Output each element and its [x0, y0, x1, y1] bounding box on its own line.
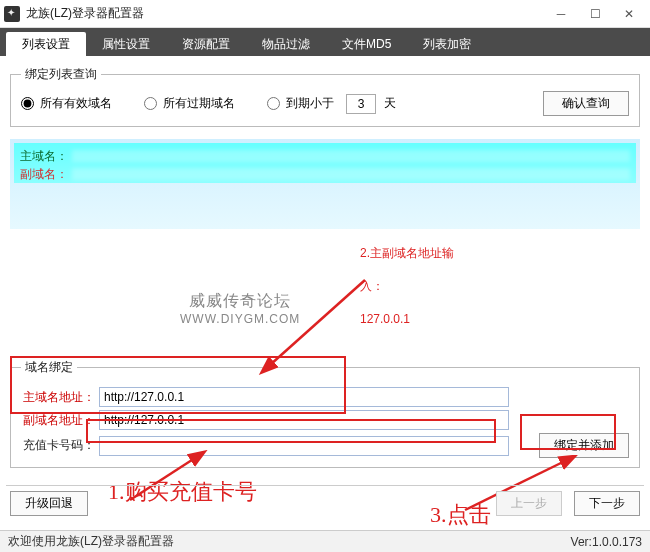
bind-add-button[interactable]: 绑定并添加 [539, 433, 629, 458]
status-version-label: Ver: [571, 535, 592, 549]
status-bar: 欢迎使用龙族(LZ)登录器配置器 Ver: 1.0.0.173 [0, 530, 650, 552]
minimize-button[interactable]: ─ [544, 3, 578, 25]
result-panel: 主域名： 副域名： [10, 139, 640, 229]
tab-attr-settings[interactable]: 属性设置 [86, 32, 166, 56]
tab-resource-config[interactable]: 资源配置 [166, 32, 246, 56]
tab-file-md5[interactable]: 文件MD5 [326, 32, 407, 56]
window-title: 龙族(LZ)登录器配置器 [26, 5, 544, 22]
app-icon [4, 6, 20, 22]
days-input[interactable] [346, 94, 376, 114]
main-area: 绑定列表查询 所有有效域名 所有过期域名 到期小于 天 确认查询 主域名： 副域… [0, 56, 650, 516]
bind-group: 域名绑定 主域名地址： 副域名地址： 充值卡号码： 绑定并添加 [10, 359, 640, 468]
close-button[interactable]: ✕ [612, 3, 646, 25]
radio-all-expired[interactable]: 所有过期域名 [144, 95, 235, 112]
days-suffix: 天 [384, 95, 396, 112]
next-step-button[interactable]: 下一步 [574, 491, 640, 516]
title-bar: 龙族(LZ)登录器配置器 ─ ☐ ✕ [0, 0, 650, 28]
main-domain-result-value [72, 150, 630, 162]
tab-list-encrypt[interactable]: 列表加密 [407, 32, 487, 56]
prev-step-button: 上一步 [496, 491, 562, 516]
bottom-bar: 升级回退 上一步 下一步 [0, 483, 650, 524]
radio-expiring[interactable]: 到期小于 [267, 95, 334, 112]
rollback-button[interactable]: 升级回退 [10, 491, 88, 516]
confirm-query-button[interactable]: 确认查询 [543, 91, 629, 116]
status-welcome: 欢迎使用龙族(LZ)登录器配置器 [8, 533, 174, 550]
main-domain-input[interactable] [99, 387, 509, 407]
sub-domain-result-value [72, 168, 630, 180]
sub-domain-label: 副域名地址： [21, 412, 95, 429]
tab-bar: 列表设置 属性设置 资源配置 物品过滤 文件MD5 列表加密 [0, 28, 650, 56]
tab-list-settings[interactable]: 列表设置 [6, 32, 86, 56]
sub-domain-input[interactable] [99, 410, 509, 430]
main-domain-result-label: 主域名： [20, 148, 68, 165]
radio-expiring-input[interactable] [267, 97, 280, 110]
watermark: 威威传奇论坛 WWW.DIYGM.COM [180, 291, 300, 326]
status-version: 1.0.0.173 [592, 535, 642, 549]
query-group: 绑定列表查询 所有有效域名 所有过期域名 到期小于 天 确认查询 [10, 66, 640, 127]
bind-legend: 域名绑定 [21, 359, 77, 376]
maximize-button[interactable]: ☐ [578, 3, 612, 25]
card-number-input[interactable] [99, 436, 509, 456]
query-legend: 绑定列表查询 [21, 66, 101, 83]
main-domain-label: 主域名地址： [21, 389, 95, 406]
radio-all-expired-input[interactable] [144, 97, 157, 110]
tab-item-filter[interactable]: 物品过滤 [246, 32, 326, 56]
radio-all-valid[interactable]: 所有有效域名 [21, 95, 112, 112]
radio-all-valid-input[interactable] [21, 97, 34, 110]
sub-domain-result-label: 副域名： [20, 166, 68, 183]
card-number-label: 充值卡号码： [21, 437, 95, 454]
